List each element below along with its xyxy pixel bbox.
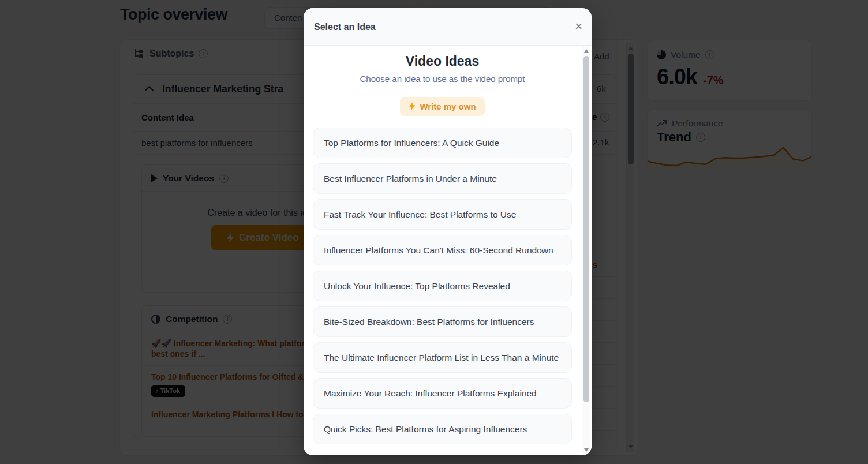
idea-option[interactable]: Fast Track Your Influence: Best Platform…	[313, 199, 572, 230]
modal-scrollbar[interactable]	[582, 46, 590, 455]
idea-option[interactable]: Maximize Your Reach: Influencer Platform…	[313, 378, 572, 409]
scrollbar-thumb[interactable]	[583, 56, 589, 402]
select-idea-modal: Select an Idea × Video Ideas Choose an i…	[304, 8, 592, 455]
scroll-up-icon[interactable]	[584, 49, 589, 53]
close-icon[interactable]: ×	[575, 8, 582, 46]
idea-option[interactable]: Top Platforms for Influencers: A Quick G…	[313, 128, 572, 158]
idea-option[interactable]: Bite-Sized Breakdown: Best Platforms for…	[313, 306, 572, 337]
idea-list: Top Platforms for Influencers: A Quick G…	[313, 128, 572, 444]
lightning-icon	[409, 102, 416, 111]
modal-title: Select an Idea	[314, 8, 376, 46]
idea-option[interactable]: The Ultimate Influencer Platform List in…	[313, 342, 572, 373]
idea-option[interactable]: Quick Picks: Best Platforms for Aspiring…	[313, 414, 572, 444]
screen: Topic overview Conten Subtopics Add	[0, 0, 868, 464]
idea-option[interactable]: Influencer Platforms You Can't Miss: 60-…	[313, 235, 572, 265]
video-ideas-subtitle: Choose an idea to use as the video promp…	[313, 73, 572, 85]
modal-header: Select an Idea ×	[304, 8, 592, 46]
idea-option[interactable]: Unlock Your Influence: Top Platforms Rev…	[313, 271, 572, 301]
scroll-down-icon[interactable]	[584, 448, 589, 452]
modal-body: Video Ideas Choose an idea to use as the…	[304, 46, 592, 455]
idea-option[interactable]: Best Influencer Platforms in Under a Min…	[313, 163, 572, 194]
write-my-own-button[interactable]: Write my own	[400, 97, 484, 116]
video-ideas-heading: Video Ideas	[313, 53, 572, 70]
